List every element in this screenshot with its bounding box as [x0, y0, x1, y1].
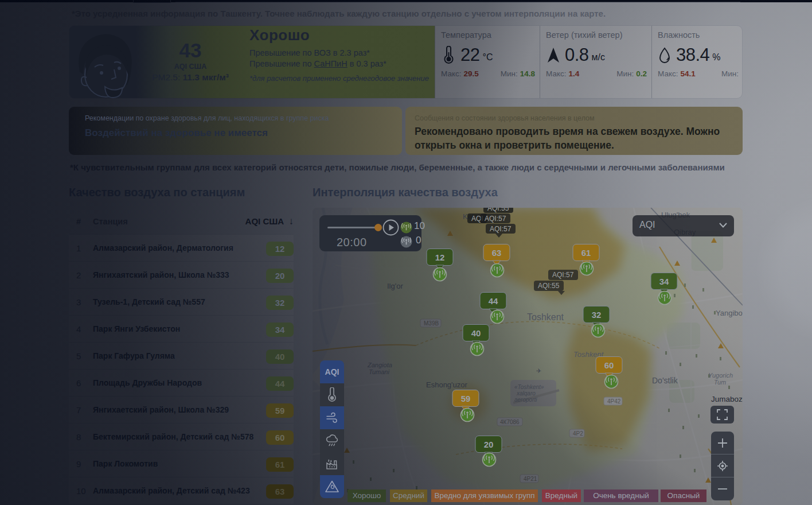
svg-text:Qibray: Qibray — [674, 228, 696, 236]
svg-text:✈: ✈ — [583, 314, 588, 321]
svg-text:Tumani: Tumani — [369, 368, 389, 375]
svg-text:Jumabozor: Jumabozor — [711, 395, 743, 403]
svg-text:Do'stlik: Do'stlik — [652, 376, 678, 385]
svg-text:4Р42: 4Р42 — [607, 398, 621, 405]
svg-text:Toshkent: Toshkent — [573, 350, 604, 359]
svg-text:✈: ✈ — [536, 367, 541, 374]
svg-text:4Р2: 4Р2 — [573, 430, 583, 437]
svg-text:Yugorich: Yugorich — [708, 372, 733, 379]
svg-text:Keles: Keles — [463, 212, 482, 221]
svg-text:«Toshkent»: «Toshkent» — [514, 384, 544, 390]
svg-text:4Р21: 4Р21 — [524, 476, 537, 482]
svg-text:Ilg'or: Ilg'or — [387, 282, 403, 290]
svg-text:xalqaro: xalqaro — [516, 390, 536, 397]
svg-text:Tum: Tum — [714, 379, 726, 386]
svg-text:Ulug'bek: Ulug'bek — [661, 211, 690, 219]
svg-text:Yangibo: Yangibo — [716, 309, 743, 317]
svg-text:Eshong'uzor: Eshong'uzor — [426, 380, 468, 389]
svg-text:aeroporti: aeroporti — [514, 397, 537, 403]
svg-text:M39B: M39B — [424, 320, 439, 327]
svg-text:4К7086: 4К7086 — [500, 419, 520, 425]
svg-text:Zangiota: Zangiota — [367, 362, 392, 368]
svg-text:Toshkent: Toshkent — [527, 312, 564, 322]
